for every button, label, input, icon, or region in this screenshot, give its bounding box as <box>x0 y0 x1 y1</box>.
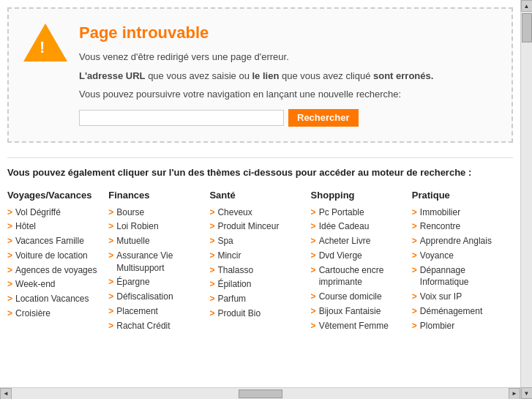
arrow-icon: > <box>209 250 214 262</box>
arrow-icon: > <box>311 264 316 277</box>
list-item: >Dvd Vierge <box>311 250 405 262</box>
list-item: >Épargne <box>108 276 202 288</box>
category-link[interactable]: Cheveux <box>217 206 252 219</box>
category-link[interactable]: Croisière <box>15 307 50 320</box>
category-link[interactable]: Bourse <box>116 206 144 219</box>
arrow-icon: > <box>209 235 214 247</box>
arrow-icon: > <box>311 305 316 318</box>
category-link[interactable]: Voiture de location <box>15 250 88 262</box>
arrow-icon: > <box>7 264 12 277</box>
category-link[interactable]: Rachat Crédit <box>116 320 170 332</box>
category-link[interactable]: Course domicile <box>319 291 382 303</box>
list-item: >Produit Bio <box>209 307 303 320</box>
category-link[interactable]: Mutuelle <box>116 235 149 247</box>
category-title-3: Shopping <box>311 190 405 201</box>
category-link[interactable]: Vacances Famille <box>15 235 84 247</box>
warning-icon <box>23 23 67 64</box>
arrow-icon: > <box>108 305 113 318</box>
category-col-4: Pratique>Immobilier>Rencontre>Apprendre … <box>412 190 513 335</box>
arrow-icon: > <box>311 206 316 219</box>
category-link[interactable]: Acheter Livre <box>319 235 371 247</box>
arrow-icon: > <box>412 305 417 318</box>
category-link[interactable]: Immobilier <box>420 206 460 219</box>
search-input[interactable] <box>79 110 284 126</box>
category-link[interactable]: Épargne <box>116 276 149 288</box>
category-title-1: Finances <box>108 190 202 201</box>
scroll-track[interactable] <box>521 12 532 354</box>
list-item: >Défiscalisation <box>108 291 202 303</box>
category-link[interactable]: Défiscalisation <box>116 291 173 303</box>
category-title-2: Santé <box>209 190 303 201</box>
category-link[interactable]: Apprendre Anglais <box>420 235 492 247</box>
category-link[interactable]: Dvd Vierge <box>319 250 362 262</box>
list-item: >Mincir <box>209 250 303 262</box>
list-item: >Rachat Crédit <box>108 320 202 332</box>
divider <box>7 157 513 158</box>
category-link[interactable]: Placement <box>116 305 158 318</box>
vertical-scrollbar[interactable]: ▲ ▼ <box>520 0 532 354</box>
category-link[interactable]: Plombier <box>420 320 454 332</box>
category-link[interactable]: Vol Dégriffé <box>15 206 61 219</box>
list-item: >Vacances Famille <box>7 235 101 247</box>
arrow-icon: > <box>412 320 417 332</box>
category-link[interactable]: Produit Bio <box>217 307 261 320</box>
error-line2-suffix: que vous avez cliqué <box>279 70 373 81</box>
arrow-icon: > <box>311 220 316 233</box>
category-link[interactable]: Loi Robien <box>116 220 158 233</box>
category-link[interactable]: Voix sur IP <box>420 291 462 303</box>
list-item: >Acheter Livre <box>311 235 405 247</box>
category-link[interactable]: Assurance Vie Multisupport <box>116 250 202 275</box>
category-col-2: Santé>Cheveux>Produit Minceur>Spa>Mincir… <box>209 190 310 335</box>
category-link[interactable]: Voyance <box>420 250 454 262</box>
scroll-up-button[interactable]: ▲ <box>521 0 533 12</box>
scroll-thumb[interactable] <box>522 13 532 42</box>
category-link[interactable]: Week-end <box>15 278 55 291</box>
list-item: >Thalasso <box>209 264 303 277</box>
category-link[interactable]: Rencontre <box>420 220 460 233</box>
list-item: >Vol Dégriffé <box>7 206 101 219</box>
list-item: >Déménagement <box>412 305 506 318</box>
category-link[interactable]: Cartouche encre imprimante <box>319 264 405 289</box>
error-box: Page introuvable Vous venez d'être redir… <box>7 7 513 143</box>
category-link[interactable]: Déménagement <box>420 305 482 318</box>
arrow-icon: > <box>7 250 12 262</box>
arrow-icon: > <box>209 278 214 291</box>
arrow-icon: > <box>7 235 12 247</box>
category-link[interactable]: Épilation <box>217 278 251 291</box>
arrow-icon: > <box>311 250 316 262</box>
list-item: >Voix sur IP <box>412 291 506 303</box>
arrow-icon: > <box>209 264 214 277</box>
list-item: >Mutuelle <box>108 235 202 247</box>
category-link[interactable]: Spa <box>217 235 233 247</box>
arrow-icon: > <box>7 206 12 219</box>
list-item: >Apprendre Anglais <box>412 235 506 247</box>
arrow-icon: > <box>209 293 214 305</box>
category-col-0: Voyages/Vacances>Vol Dégriffé>Hôtel>Vaca… <box>7 190 108 335</box>
search-row: Rechercher <box>79 109 497 127</box>
list-item: >Croisière <box>7 307 101 320</box>
category-link[interactable]: Agences de voyages <box>15 264 97 277</box>
arrow-icon: > <box>412 250 417 262</box>
list-item: >Cheveux <box>209 206 303 219</box>
category-link[interactable]: Hôtel <box>15 220 36 233</box>
category-link[interactable]: Parfum <box>217 293 246 305</box>
category-title-0: Voyages/Vacances <box>7 190 101 201</box>
category-link[interactable]: Produit Minceur <box>217 220 279 233</box>
list-item: >Hôtel <box>7 220 101 233</box>
arrow-icon: > <box>412 206 417 219</box>
list-item: >Location Vacances <box>7 293 101 305</box>
error-content: Page introuvable Vous venez d'être redir… <box>79 23 497 127</box>
list-item: >Agences de voyages <box>7 264 101 277</box>
category-link[interactable]: Mincir <box>217 250 241 262</box>
category-link[interactable]: Vêtement Femme <box>319 320 389 332</box>
category-link[interactable]: Idée Cadeau <box>319 220 370 233</box>
category-link[interactable]: Bijoux Fantaisie <box>319 305 381 318</box>
category-link[interactable]: Location Vacances <box>15 293 89 305</box>
category-link[interactable]: Dépannage Informatique <box>420 264 506 289</box>
arrow-icon: > <box>108 220 113 233</box>
arrow-icon: > <box>108 206 113 219</box>
search-button[interactable]: Rechercher <box>288 109 359 127</box>
list-item: >Dépannage Informatique <box>412 264 506 289</box>
category-link[interactable]: Thalasso <box>217 264 253 277</box>
category-link[interactable]: Pc Portable <box>319 206 364 219</box>
